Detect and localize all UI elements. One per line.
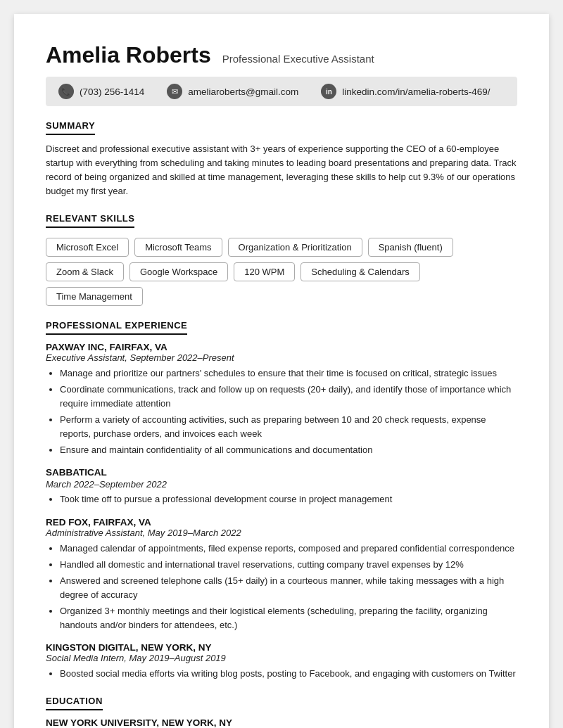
job-redfox: RED FOX, Fairfax, VA Administrative Assi… bbox=[46, 517, 517, 633]
role-kingston: Social Media Intern, May 2019–August 201… bbox=[46, 653, 517, 663]
linkedin-text: linkedin.com/in/amelia-roberts-469/ bbox=[342, 87, 490, 97]
bullet-redfox-1: Managed calendar of appointments, filed … bbox=[60, 542, 517, 556]
summary-label: Summary bbox=[46, 120, 95, 135]
company-redfox: RED FOX, Fairfax, VA bbox=[46, 517, 517, 528]
bullet-redfox-4: Organized 3+ monthly meetings and their … bbox=[60, 604, 517, 632]
job-paxway: PAXWAY INC, Fairfax, VA Executive Assist… bbox=[46, 342, 517, 458]
edu-school: NEW YORK UNIVERSITY, New York, NY bbox=[46, 717, 517, 728]
email-text: ameliaroberts@gmail.com bbox=[188, 87, 298, 97]
email-icon: ✉ bbox=[167, 84, 182, 99]
full-name: Amelia Roberts bbox=[46, 42, 211, 68]
skill-tag-4: Zoom & Slack bbox=[46, 262, 124, 281]
bullet-paxway-3: Perform a variety of accounting activiti… bbox=[60, 413, 517, 441]
phone-icon: 📞 bbox=[58, 84, 74, 99]
summary-section: Summary Discreet and professional execut… bbox=[46, 119, 517, 199]
bullet-kingston-1: Boosted social media efforts via writing… bbox=[60, 667, 517, 681]
skill-tag-7: Scheduling & Calendars bbox=[301, 262, 419, 281]
bullet-sabbatical-1: Took time off to pursue a professional d… bbox=[60, 492, 517, 506]
contact-bar: 📞 (703) 256-1414 ✉ ameliaroberts@gmail.c… bbox=[46, 77, 517, 106]
company-paxway: PAXWAY INC, Fairfax, VA bbox=[46, 342, 517, 352]
resume-document: Amelia Roberts Professional Executive As… bbox=[14, 14, 549, 728]
education-section: Education NEW YORK UNIVERSITY, New York,… bbox=[46, 694, 517, 728]
skill-tag-8: Time Management bbox=[46, 287, 143, 306]
company-kingston: KINGSTON DIGITAL, New York, NY bbox=[46, 642, 517, 653]
bullets-kingston: Boosted social media efforts via writing… bbox=[46, 667, 517, 681]
skill-tag-3: Spanish (fluent) bbox=[368, 238, 453, 257]
skill-tag-2: Organization & Prioritization bbox=[228, 238, 362, 257]
email-contact: ✉ ameliaroberts@gmail.com bbox=[167, 84, 298, 99]
phone-contact: 📞 (703) 256-1414 bbox=[58, 84, 144, 99]
bullet-redfox-2: Handled all domestic and international t… bbox=[60, 558, 517, 572]
bullet-paxway-2: Coordinate communications, track and fol… bbox=[60, 383, 517, 411]
skills-section: Relevant Skills Microsoft ExcelMicrosoft… bbox=[46, 212, 517, 306]
role-paxway: Executive Assistant, September 2022–Pres… bbox=[46, 352, 517, 363]
experience-section: Professional Experience PAXWAY INC, Fair… bbox=[46, 319, 517, 682]
experience-label: Professional Experience bbox=[46, 320, 187, 335]
skill-tag-0: Microsoft Excel bbox=[46, 238, 129, 257]
linkedin-contact: in linkedin.com/in/amelia-roberts-469/ bbox=[321, 84, 490, 99]
education-label: Education bbox=[46, 696, 103, 710]
job-kingston: KINGSTON DIGITAL, New York, NY Social Me… bbox=[46, 642, 517, 681]
linkedin-icon: in bbox=[321, 84, 336, 99]
skills-label: Relevant Skills bbox=[46, 213, 134, 228]
skill-tag-1: Microsoft Teams bbox=[134, 238, 222, 257]
bullets-redfox: Managed calendar of appointments, filed … bbox=[46, 542, 517, 633]
sabbatical-date: March 2022–September 2022 bbox=[46, 479, 517, 490]
header-section: Amelia Roberts Professional Executive As… bbox=[46, 42, 517, 106]
bullet-paxway-4: Ensure and maintain confidentiality of a… bbox=[60, 443, 517, 457]
job-sabbatical: SABBATICAL March 2022–September 2022 Too… bbox=[46, 467, 517, 506]
bullet-redfox-3: Answered and screened telephone calls (1… bbox=[60, 574, 517, 602]
phone-text: (703) 256-1414 bbox=[80, 87, 144, 97]
bullets-paxway: Manage and prioritize our partners' sche… bbox=[46, 366, 517, 458]
skill-tag-6: 120 WPM bbox=[234, 262, 295, 281]
sabbatical-title: SABBATICAL bbox=[46, 467, 517, 478]
bullet-paxway-1: Manage and prioritize our partners' sche… bbox=[60, 366, 517, 381]
role-redfox: Administrative Assistant, May 2019–March… bbox=[46, 528, 517, 538]
bullets-sabbatical: Took time off to pursue a professional d… bbox=[46, 492, 517, 506]
skill-tag-5: Google Workspace bbox=[129, 262, 228, 281]
name-title-row: Amelia Roberts Professional Executive As… bbox=[46, 42, 517, 68]
skills-grid: Microsoft ExcelMicrosoft TeamsOrganizati… bbox=[46, 238, 517, 306]
summary-text: Discreet and professional executive assi… bbox=[46, 142, 517, 199]
job-title: Professional Executive Assistant bbox=[222, 53, 374, 65]
